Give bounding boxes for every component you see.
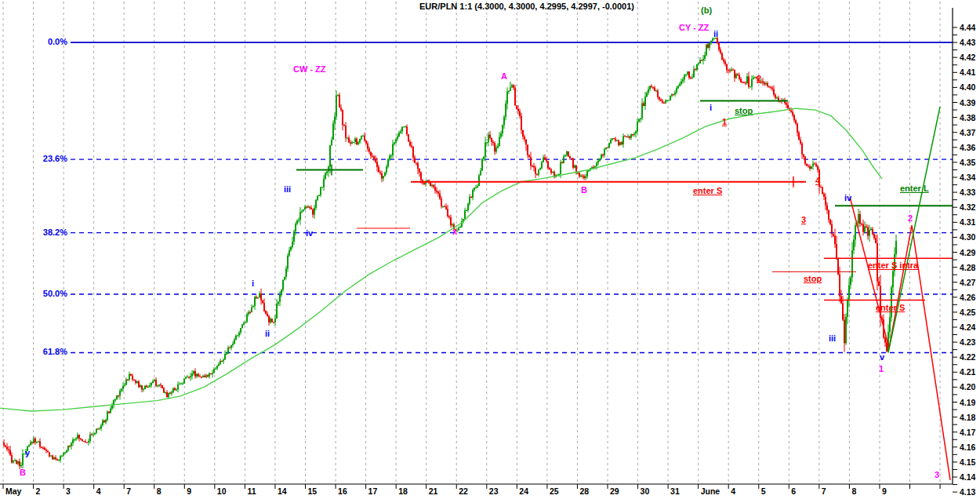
wave-label: x (452, 227, 457, 236)
axes (0, 8, 957, 492)
date-tick-label: 9 (187, 486, 191, 496)
date-tick-label: 14 (278, 486, 287, 496)
price-tick-label: 4.14 (960, 472, 975, 482)
price-tick-label: 4.20 (960, 382, 975, 392)
wave-label: ii (265, 329, 270, 338)
price-tick-label: 4.37 (960, 128, 975, 137)
trade-annotation: stop (804, 274, 822, 283)
date-tick-label: 18 (398, 486, 408, 496)
fib-level-label: 50.0% (28, 289, 67, 298)
trade-annotation: stop (735, 106, 753, 115)
wave-label: CY - ZZ (679, 23, 709, 32)
candlesticks (3, 37, 897, 469)
wave-label: CW - ZZ (293, 64, 326, 74)
trade-level-lines (296, 101, 953, 300)
date-tick-label: 8 (157, 486, 162, 496)
chart-canvas[interactable] (0, 0, 980, 499)
price-tick-label: 4.17 (960, 428, 975, 437)
price-tick-label: 4.34 (960, 173, 975, 182)
price-tick-label: 4.35 (960, 158, 975, 167)
fib-level-label: 61.8% (28, 347, 67, 356)
wave-label: 2 (908, 213, 913, 223)
date-tick-label: 11 (247, 486, 256, 496)
price-tick-label: 4.27 (960, 278, 975, 287)
date-tick-label: 22 (459, 486, 468, 496)
date-tick-label: 21 (429, 486, 438, 496)
moving-average-line (0, 108, 882, 411)
date-tick-label: 2 (36, 486, 41, 496)
price-tick-label: 4.41 (960, 67, 975, 77)
wave-label: 4 (815, 176, 820, 185)
price-tick-label: 4.31 (960, 217, 975, 227)
date-tick-label: 30 (641, 486, 650, 496)
wave-label: (b) (701, 5, 712, 15)
wave-label: B (20, 468, 26, 477)
wave-label: B (581, 185, 587, 195)
price-tick-label: 4.42 (960, 53, 975, 62)
wave-label: 3 (801, 215, 806, 224)
price-tick-label: 4.19 (960, 398, 975, 407)
trade-annotation: enter L (900, 184, 929, 193)
price-tick-label: 4.39 (960, 98, 975, 107)
candlestick-chart: EUR/PLN 1:1 (4.3000, 4.3000, 4.2995, 4.2… (0, 0, 980, 499)
price-tick-label: 4.40 (960, 82, 975, 92)
date-tick-label: 7 (126, 486, 131, 496)
price-tick-label: 4.32 (960, 202, 975, 212)
wave-label: i (710, 103, 712, 112)
date-tick-label: 23 (489, 486, 499, 496)
date-tick-label: 17 (368, 486, 378, 496)
price-tick-label: 4.21 (960, 367, 975, 377)
price-tick-label: 4.22 (960, 352, 975, 362)
date-tick-label: 29 (610, 486, 619, 496)
date-tick-label: 10 (217, 486, 227, 496)
date-tick-label: 31 (670, 486, 680, 496)
price-tick-label: 4.29 (960, 248, 975, 257)
price-tick-label: 4.33 (960, 188, 975, 197)
date-tick-label: 25 (550, 486, 559, 496)
wave-label: v (880, 352, 884, 362)
fib-level-label: 23.6% (28, 154, 67, 163)
trade-annotation: enter S (693, 186, 722, 195)
price-tick-label: 4.38 (960, 113, 975, 122)
wave-label: 3 (935, 470, 939, 479)
price-tick-label: 4.23 (960, 337, 975, 347)
chart-title: EUR/PLN 1:1 (4.3000, 4.3000, 4.2995, 4.2… (74, 2, 980, 11)
wave-label: iii (284, 184, 291, 194)
date-tick-label: 28 (579, 486, 589, 496)
wave-label: 2 (757, 74, 761, 83)
date-tick-label: 4 (731, 486, 735, 496)
date-tick-label: 8 (851, 486, 856, 496)
price-tick-label: 4.43 (960, 38, 975, 47)
price-tick-label: 4.44 (960, 23, 975, 32)
price-tick-label: 4.25 (960, 308, 975, 317)
price-tick-label: 4.16 (960, 443, 975, 452)
wave-label: iv (306, 228, 313, 238)
grid-lines (3, 2, 940, 484)
date-tick-label: May (5, 486, 21, 496)
fib-level-label: 0.0% (28, 37, 67, 46)
price-tick-label: 4.26 (960, 293, 975, 302)
wave-label: iii (829, 333, 836, 343)
trade-annotation: enter S (876, 303, 905, 312)
wave-label: iv (844, 193, 851, 202)
date-tick-label: 3 (66, 486, 71, 496)
date-tick-label: 4 (96, 486, 101, 496)
wave-label: 1 (879, 364, 884, 373)
wave-label: i (252, 279, 254, 288)
price-tick-label: 4.36 (960, 143, 975, 152)
wave-label: y (25, 448, 30, 457)
wave-label: A (501, 71, 507, 81)
price-tick-label: 4.30 (960, 232, 975, 242)
trade-annotation: enter S intra (868, 260, 918, 270)
price-tick-label: 4.13 (960, 487, 975, 497)
fib-level-label: 38.2% (28, 228, 67, 237)
date-tick-label: 16 (338, 486, 347, 496)
date-tick-label: 7 (822, 486, 826, 496)
date-tick-label: June (701, 486, 720, 496)
date-tick-label: 5 (761, 486, 766, 496)
date-tick-label: 9 (882, 486, 887, 496)
date-tick-label: 6 (791, 486, 796, 496)
price-tick-label: 4.28 (960, 263, 975, 272)
price-tick-label: 4.15 (960, 457, 975, 467)
wave-label: 1 (722, 117, 727, 126)
